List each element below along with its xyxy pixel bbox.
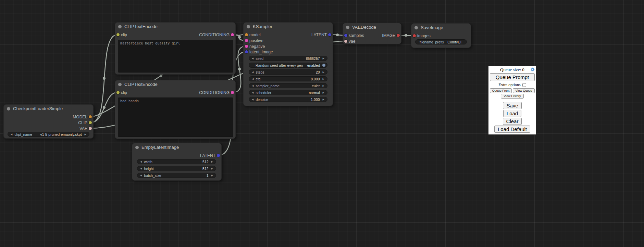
widget-label: cfg bbox=[256, 77, 260, 81]
decrement-arrow-icon[interactable]: ◀ bbox=[251, 97, 255, 102]
clip-output-port[interactable] bbox=[89, 121, 92, 124]
decrement-arrow-icon[interactable]: ◀ bbox=[139, 173, 143, 178]
collapse-dot-icon[interactable] bbox=[346, 26, 349, 29]
queue-front-button[interactable]: Queue Front bbox=[490, 88, 512, 93]
load-default-button[interactable]: Load Default bbox=[494, 126, 530, 133]
node-clip-text-encode-positive[interactable]: CLIPTextEncode clip CONDITIONING masterp… bbox=[115, 22, 236, 75]
positive-input-port[interactable] bbox=[245, 39, 248, 42]
increment-arrow-icon[interactable]: ▶ bbox=[322, 97, 325, 102]
clip-input-port[interactable] bbox=[116, 33, 120, 36]
decrement-arrow-icon[interactable]: ◀ bbox=[10, 132, 13, 136]
slot-label: clip bbox=[121, 32, 127, 37]
node-vae-decode[interactable]: VAEDecode samples vae IMAGE bbox=[343, 23, 401, 44]
view-queue-button[interactable]: View Queue bbox=[513, 88, 535, 93]
node-checkpoint-loader[interactable]: CheckpointLoaderSimple MODEL CLIP VAE ◀ … bbox=[3, 104, 94, 139]
node-title-bar[interactable]: CLIPTextEncode bbox=[115, 80, 235, 89]
negative-input-port[interactable] bbox=[245, 45, 248, 48]
widget-scheduler[interactable]: ◀ scheduler normal ▶ bbox=[249, 90, 327, 95]
collapse-dot-icon[interactable] bbox=[118, 83, 122, 86]
widget-sampler-name[interactable]: ◀ sampler_name euler ▶ bbox=[249, 83, 327, 88]
node-title-bar[interactable]: CheckpointLoaderSimple bbox=[4, 105, 93, 113]
slot-label: clip bbox=[121, 90, 127, 95]
node-save-image[interactable]: SaveImage images filename_prefix ComfyUI bbox=[411, 23, 471, 48]
widget-value: ComfyUI bbox=[446, 40, 461, 44]
conditioning-output-port[interactable] bbox=[231, 91, 234, 94]
collapse-dot-icon[interactable] bbox=[7, 107, 10, 110]
image-output-port[interactable] bbox=[397, 34, 400, 37]
increment-arrow-icon[interactable]: ▶ bbox=[210, 166, 214, 171]
node-title-bar[interactable]: VAEDecode bbox=[343, 23, 401, 31]
random-seed-toggle[interactable] bbox=[322, 64, 325, 67]
images-input-port[interactable] bbox=[413, 34, 416, 37]
increment-arrow-icon[interactable]: ▶ bbox=[84, 132, 87, 136]
node-title: VAEDecode bbox=[352, 25, 376, 30]
node-title-bar[interactable]: KSampler bbox=[244, 23, 333, 31]
increment-arrow-icon[interactable]: ▶ bbox=[210, 173, 214, 178]
extra-options-checkbox[interactable] bbox=[522, 83, 526, 87]
decrement-arrow-icon[interactable]: ◀ bbox=[139, 166, 143, 171]
decrement-arrow-icon[interactable]: ◀ bbox=[251, 77, 255, 81]
collapse-dot-icon[interactable] bbox=[135, 146, 139, 149]
link-midpoint-dot bbox=[405, 34, 407, 37]
node-ksampler[interactable]: KSampler model positive negative latent_… bbox=[243, 22, 333, 106]
vae-output-port[interactable] bbox=[89, 127, 92, 130]
widget-width[interactable]: ◀ width 512 ▶ bbox=[137, 159, 216, 164]
collapse-dot-icon[interactable] bbox=[247, 25, 250, 28]
node-clip-text-encode-negative[interactable]: CLIPTextEncode clip CONDITIONING bad han… bbox=[115, 80, 236, 139]
conditioning-output-port[interactable] bbox=[231, 33, 234, 36]
node-title-bar[interactable]: SaveImage bbox=[411, 24, 471, 32]
increment-arrow-icon[interactable]: ▶ bbox=[210, 159, 214, 164]
increment-arrow-icon[interactable]: ▶ bbox=[322, 83, 325, 88]
latent-output-port[interactable] bbox=[217, 154, 220, 157]
samples-input-port[interactable] bbox=[344, 34, 347, 37]
decrement-arrow-icon[interactable]: ◀ bbox=[139, 159, 143, 164]
widget-value: v1-5-pruned-emaonly.ckpt bbox=[34, 132, 82, 136]
increment-arrow-icon[interactable]: ▶ bbox=[322, 90, 325, 95]
widget-cfg[interactable]: ◀ cfg 8.000 ▶ bbox=[249, 76, 327, 81]
model-input-port[interactable] bbox=[245, 33, 248, 36]
increment-arrow-icon[interactable]: ▶ bbox=[322, 70, 325, 74]
widget-steps[interactable]: ◀ steps 20 ▶ bbox=[249, 69, 327, 75]
latent-output-port[interactable] bbox=[328, 33, 331, 36]
decrement-arrow-icon[interactable]: ◀ bbox=[251, 83, 255, 88]
widget-ckpt-name[interactable]: ◀ ckpt_name v1-5-pruned-emaonly.ckpt ▶ bbox=[8, 132, 89, 137]
increment-arrow-icon[interactable]: ▶ bbox=[322, 77, 325, 81]
settings-gear-icon[interactable] bbox=[531, 67, 535, 72]
collapse-dot-icon[interactable] bbox=[118, 25, 122, 28]
widget-seed[interactable]: ◀ seed 8566257 ▶ bbox=[249, 56, 327, 61]
slot-label: latent_image bbox=[249, 50, 273, 54]
widget-label: scheduler bbox=[256, 91, 271, 95]
positive-prompt-textarea[interactable]: masterpiece best quality girl bbox=[118, 40, 233, 73]
view-history-button[interactable]: View History bbox=[501, 94, 524, 99]
model-output-port[interactable] bbox=[89, 115, 92, 118]
load-button[interactable]: Load bbox=[503, 110, 521, 117]
decrement-arrow-icon[interactable]: ◀ bbox=[251, 90, 255, 95]
widget-denoise[interactable]: ◀ denoise 1.000 ▶ bbox=[249, 97, 327, 102]
queue-prompt-button[interactable]: Queue Prompt bbox=[490, 73, 535, 81]
clip-input-port[interactable] bbox=[116, 91, 120, 94]
slot-label: positive bbox=[249, 38, 263, 43]
decrement-arrow-icon[interactable]: ◀ bbox=[251, 56, 255, 61]
widget-label: Random seed after every gen bbox=[256, 63, 303, 67]
save-button[interactable]: Save bbox=[503, 102, 521, 109]
output-slot-vae: VAE bbox=[79, 126, 93, 131]
vae-input-port[interactable] bbox=[344, 40, 347, 43]
widget-height[interactable]: ◀ height 512 ▶ bbox=[137, 166, 216, 171]
decrement-arrow-icon[interactable]: ◀ bbox=[251, 70, 255, 74]
widget-value: 512 bbox=[154, 160, 209, 164]
collapse-dot-icon[interactable] bbox=[414, 26, 418, 29]
clear-button[interactable]: Clear bbox=[503, 118, 522, 125]
node-title-bar[interactable]: CLIPTextEncode bbox=[115, 23, 235, 31]
negative-prompt-textarea[interactable]: bad hands bbox=[118, 98, 233, 137]
node-title-bar[interactable]: EmptyLatentImage bbox=[132, 143, 221, 152]
node-empty-latent-image[interactable]: EmptyLatentImage LATENT ◀ width 512 ▶ ◀ … bbox=[132, 143, 222, 181]
slot-label: model bbox=[249, 32, 261, 37]
widget-value: euler bbox=[281, 84, 320, 88]
output-slot-latent: LATENT bbox=[311, 32, 333, 37]
widget-batch-size[interactable]: ◀ batch_size 1 ▶ bbox=[137, 173, 216, 178]
latent-image-input-port[interactable] bbox=[245, 50, 248, 53]
widget-random-seed[interactable]: Random seed after every gen enabled bbox=[249, 63, 327, 68]
widget-filename-prefix[interactable]: filename_prefix ComfyUI bbox=[415, 39, 467, 44]
slot-label: VAE bbox=[79, 126, 87, 131]
increment-arrow-icon[interactable]: ▶ bbox=[322, 56, 325, 61]
